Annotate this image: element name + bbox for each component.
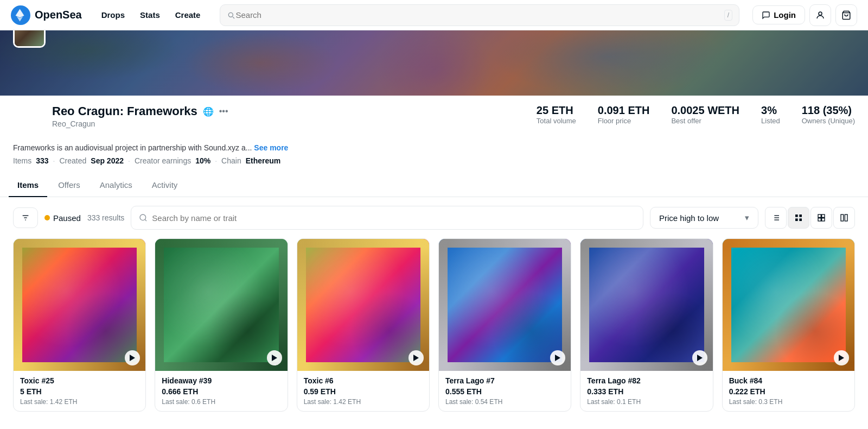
nft-last-sale: Last sale: 0.6 ETH	[162, 398, 280, 406]
nft-card[interactable]: Hideaway #390.666 ETHLast sale: 0.6 ETH	[155, 238, 288, 412]
view-expanded-button[interactable]	[833, 207, 855, 229]
cart-icon	[841, 10, 851, 20]
login-button[interactable]: Login	[752, 5, 805, 24]
collection-name: Reo Cragun: Frameworks	[52, 104, 197, 118]
items-val: 333	[36, 156, 48, 165]
collection-slug: Reo_Cragun	[52, 119, 228, 128]
status-label: Paused	[53, 213, 81, 223]
title-row: Reo Cragun: Frameworks 🌐 •••	[52, 104, 228, 118]
filter-status: Paused	[44, 213, 81, 223]
results-count: 333 results	[87, 213, 124, 222]
sort-label: Price high to low	[659, 213, 741, 223]
search-icon	[227, 11, 235, 20]
description-text: Frameworks is an audiovisual project in …	[13, 143, 252, 152]
stat-total-volume-value: 25 ETH	[537, 104, 576, 117]
svg-marker-28	[839, 355, 844, 361]
login-label: Login	[774, 10, 796, 20]
svg-rect-20	[822, 218, 825, 221]
stat-listed-label: Listed	[761, 117, 780, 125]
svg-rect-19	[818, 218, 821, 221]
nft-card[interactable]: Toxic #60.59 ETHLast sale: 1.42 ETH	[297, 238, 430, 412]
nft-price: 0.222 ETH	[729, 387, 848, 396]
items-label: Items	[13, 156, 31, 165]
nft-name: Buck #84	[729, 376, 848, 385]
meta-bar: Items 333 · Created Sep 2022 · Creator e…	[0, 156, 868, 174]
navbar-actions: Login	[752, 4, 857, 26]
nft-last-sale: Last sale: 1.42 ETH	[20, 398, 139, 406]
nft-image	[580, 239, 712, 371]
filter-bar: Paused 333 results Price high to low ▾	[0, 197, 868, 238]
sort-dropdown[interactable]: Price high to low ▾	[650, 207, 758, 229]
stat-floor-price: 0.091 ETH Floor price	[598, 104, 650, 125]
tab-offers[interactable]: Offers	[49, 174, 89, 197]
svg-marker-25	[413, 355, 419, 361]
nft-card[interactable]: Toxic #255 ETHLast sale: 1.42 ETH	[13, 238, 146, 412]
nft-name: Terra Lago #7	[445, 376, 564, 385]
stat-total-volume: 25 ETH Total volume	[537, 104, 576, 125]
earnings-val: 10%	[195, 156, 210, 165]
nft-card[interactable]: Terra Lago #820.333 ETHLast sale: 0.1 ET…	[580, 238, 713, 412]
stat-best-offer-label: Best offer	[671, 117, 739, 125]
nav-create[interactable]: Create	[169, 6, 207, 24]
nav-stats[interactable]: Stats	[133, 6, 167, 24]
see-more-link[interactable]: See more	[254, 143, 288, 152]
view-grid-small-button[interactable]	[788, 207, 809, 229]
search-field-icon	[139, 213, 148, 222]
logo[interactable]: OpenSea	[11, 5, 82, 25]
nft-last-sale: Last sale: 0.3 ETH	[729, 398, 848, 406]
tab-items[interactable]: Items	[9, 174, 47, 197]
play-button[interactable]	[692, 350, 707, 365]
stat-owners-value: 118 (35%)	[802, 104, 855, 117]
stat-listed: 3% Listed	[761, 104, 780, 125]
svg-marker-24	[272, 355, 277, 361]
cart-button[interactable]	[835, 4, 857, 26]
collection-stats: 25 ETH Total volume 0.091 ETH Floor pric…	[537, 104, 855, 125]
search-field	[131, 206, 643, 230]
view-list-button[interactable]	[765, 207, 787, 229]
view-grid-large-button[interactable]	[810, 207, 832, 229]
profile-button[interactable]	[809, 4, 831, 26]
created-val: Sep 2022	[91, 156, 124, 165]
nft-image	[14, 239, 145, 371]
nft-image	[297, 239, 429, 371]
stat-floor-price-value: 0.091 ETH	[598, 104, 650, 117]
filter-button[interactable]	[13, 207, 38, 228]
svg-rect-18	[822, 214, 825, 217]
nft-name: Toxic #6	[304, 376, 423, 385]
navbar: OpenSea Drops Stats Create / Login	[0, 0, 868, 30]
search-input[interactable]	[235, 10, 724, 20]
globe-icon[interactable]: 🌐	[203, 106, 214, 117]
nft-card[interactable]: Buck #840.222 ETHLast sale: 0.3 ETH	[722, 238, 855, 412]
filter-icon	[21, 213, 30, 222]
tab-analytics[interactable]: Analytics	[91, 174, 141, 197]
play-button[interactable]	[267, 350, 282, 365]
svg-point-6	[140, 214, 146, 220]
stat-listed-value: 3%	[761, 104, 780, 117]
nft-name: Terra Lago #82	[587, 376, 706, 385]
svg-rect-15	[795, 218, 798, 221]
trait-search-input[interactable]	[152, 213, 635, 223]
svg-point-1	[819, 12, 822, 15]
nft-price: 0.333 ETH	[587, 387, 706, 396]
chat-icon	[762, 11, 770, 20]
search-bar: /	[220, 4, 739, 26]
tab-activity[interactable]: Activity	[143, 174, 187, 197]
chevron-down-icon: ▾	[745, 213, 749, 223]
nft-name: Toxic #25	[20, 376, 139, 385]
nft-image	[439, 239, 571, 371]
nft-card[interactable]: Terra Lago #70.555 ETHLast sale: 0.54 ET…	[438, 238, 571, 412]
svg-rect-22	[845, 214, 847, 221]
nft-price: 5 ETH	[20, 387, 139, 396]
list-icon	[771, 213, 780, 222]
svg-rect-21	[841, 214, 844, 221]
created-label: Created	[59, 156, 86, 165]
stat-owners-label: Owners (Unique)	[802, 117, 855, 125]
nft-price: 0.555 ETH	[445, 387, 564, 396]
banner-section	[0, 30, 868, 96]
more-options-icon[interactable]: •••	[219, 106, 228, 116]
status-dot	[44, 215, 50, 220]
description-bar: Frameworks is an audiovisual project in …	[0, 135, 868, 156]
nav-drops[interactable]: Drops	[95, 6, 131, 24]
svg-marker-26	[555, 355, 560, 361]
search-shortcut: /	[724, 10, 732, 21]
